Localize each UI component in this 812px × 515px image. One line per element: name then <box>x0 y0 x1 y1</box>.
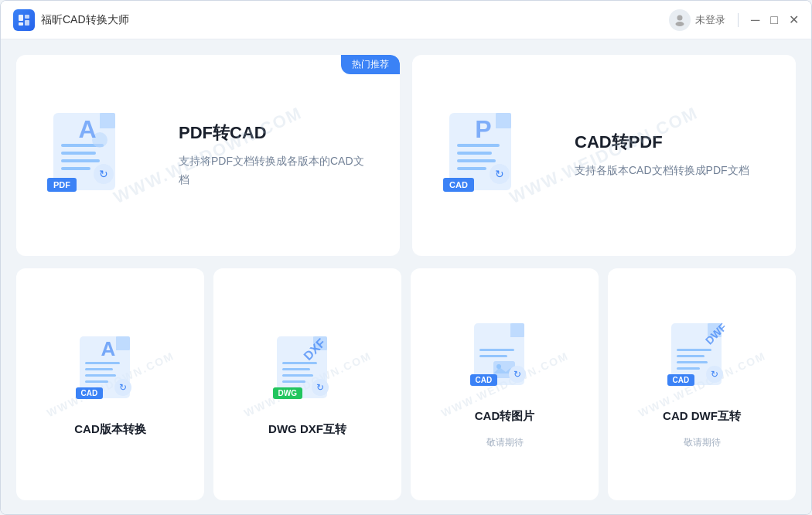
pdf-to-cad-card[interactable]: 热门推荐 WWW.WEIDOWN.COM <box>16 55 400 256</box>
app-title: 福昕CAD转换大师 <box>41 13 129 27</box>
cad-version-icon-container: A ↻ CAD <box>76 333 145 410</box>
svg-rect-9 <box>61 152 96 155</box>
convert-arrow-icon-5: ↻ <box>509 366 526 383</box>
cad-to-image-card[interactable]: WWW.WEIDOWN.COM ↻ CAD <box>411 268 599 500</box>
svg-rect-23 <box>85 362 120 364</box>
title-divider <box>738 13 739 27</box>
from-label-badge: PDF <box>47 178 77 192</box>
svg-rect-22 <box>116 336 130 350</box>
convert-arrow-icon-6: ↻ <box>706 366 723 383</box>
bottom-row: WWW.WEIDOWN.COM A ↻ CAD CAD版本转换 <box>16 268 796 500</box>
cad-dwf-label: CAD <box>667 374 695 386</box>
close-button[interactable]: ✕ <box>789 14 799 26</box>
svg-rect-43 <box>677 349 711 351</box>
dwg-label: DWG <box>273 387 302 399</box>
svg-rect-44 <box>677 355 705 357</box>
svg-rect-16 <box>457 144 500 147</box>
pdf-to-cad-text: PDF转CAD 支持将PDF文档转换成各版本的CAD文档 <box>179 121 369 189</box>
cad-version-title: CAD版本转换 <box>74 422 146 437</box>
pdf-to-cad-icon: A ↻ PDF <box>47 105 148 206</box>
pdf-to-cad-title: PDF转CAD <box>179 121 369 145</box>
cad-version-label: CAD <box>76 387 104 399</box>
dwg-dxf-card[interactable]: WWW.WEIDOWN.COM DXF ↻ DWG DWG DXF互转 <box>213 268 401 500</box>
maximize-button[interactable]: □ <box>770 14 778 26</box>
svg-rect-11 <box>61 167 90 170</box>
convert-arrow-icon: ↻ <box>94 164 114 184</box>
convert-arrow-icon-4: ↻ <box>312 379 329 396</box>
cad-version-card[interactable]: WWW.WEIDOWN.COM A ↻ CAD CAD版本转换 <box>16 268 204 500</box>
cad-to-image-label: CAD <box>470 374 498 386</box>
user-section[interactable]: 未登录 <box>669 9 725 31</box>
svg-rect-33 <box>282 380 305 383</box>
svg-rect-38 <box>479 355 507 357</box>
cad-to-pdf-title: CAD转PDF <box>575 131 765 154</box>
svg-rect-46 <box>677 367 700 370</box>
svg-point-4 <box>677 15 682 20</box>
svg-rect-17 <box>457 152 492 155</box>
svg-rect-31 <box>282 368 310 370</box>
dwg-dxf-title: DWG DXF互转 <box>268 422 346 437</box>
cad-from-label-badge: CAD <box>443 178 474 192</box>
svg-rect-7 <box>100 113 115 128</box>
cad-to-image-icon-container: ↻ CAD <box>470 319 540 397</box>
svg-rect-45 <box>677 361 708 363</box>
convert-arrow-icon-2: ↻ <box>490 164 510 184</box>
app-logo <box>13 9 35 31</box>
svg-rect-1 <box>25 15 29 19</box>
svg-rect-10 <box>61 159 100 162</box>
svg-rect-26 <box>85 380 108 383</box>
dwg-dxf-icon-container: DXF ↻ DWG <box>273 333 343 410</box>
svg-text:A: A <box>101 337 115 360</box>
svg-rect-24 <box>85 368 113 370</box>
cad-dwf-card[interactable]: WWW.WEIDOWN.COM DWF ↻ CAD CAD DWF互转 <box>608 268 796 500</box>
title-bar: 福昕CAD转换大师 未登录 ─ □ ✕ <box>1 1 811 39</box>
main-content: 热门推荐 WWW.WEIDOWN.COM <box>1 39 811 515</box>
svg-rect-36 <box>510 323 524 337</box>
minimize-button[interactable]: ─ <box>751 14 759 26</box>
hot-badge: 热门推荐 <box>341 55 400 74</box>
user-label: 未登录 <box>695 13 725 27</box>
svg-rect-37 <box>479 349 514 351</box>
window-controls: ─ □ ✕ <box>751 14 799 26</box>
svg-rect-25 <box>85 374 116 377</box>
cad-dwf-icon-container: DWF ↻ CAD <box>667 319 737 397</box>
svg-rect-32 <box>282 374 313 377</box>
pdf-to-cad-desc: 支持将PDF文档转换成各版本的CAD文档 <box>179 152 369 189</box>
svg-rect-3 <box>19 22 23 26</box>
cad-to-pdf-desc: 支持各版本CAD文档转换成PDF文档 <box>575 162 765 180</box>
svg-text:A: A <box>78 115 96 143</box>
svg-text:P: P <box>475 115 491 143</box>
cad-to-pdf-text: CAD转PDF 支持各版本CAD文档转换成PDF文档 <box>575 131 765 180</box>
top-row: 热门推荐 WWW.WEIDOWN.COM <box>16 55 796 256</box>
svg-rect-2 <box>25 20 29 26</box>
svg-rect-30 <box>282 362 317 364</box>
cad-to-pdf-card[interactable]: WWW.WEIDOWN.COM P ↻ CAD <box>412 55 796 256</box>
cad-to-pdf-icon: P ↻ CAD <box>443 105 544 206</box>
convert-arrow-icon-3: ↻ <box>114 379 131 396</box>
user-avatar-icon <box>669 9 691 31</box>
svg-rect-0 <box>19 15 23 21</box>
cad-dwf-desc: 敬请期待 <box>684 436 721 449</box>
cad-to-image-desc: 敬请期待 <box>486 436 524 449</box>
svg-rect-19 <box>457 167 486 170</box>
svg-rect-18 <box>457 159 496 162</box>
svg-rect-15 <box>496 113 511 128</box>
title-bar-right: 未登录 ─ □ ✕ <box>669 9 799 31</box>
svg-point-5 <box>675 22 684 26</box>
cad-dwf-title: CAD DWF互转 <box>663 409 741 424</box>
cad-to-image-title: CAD转图片 <box>475 409 535 424</box>
